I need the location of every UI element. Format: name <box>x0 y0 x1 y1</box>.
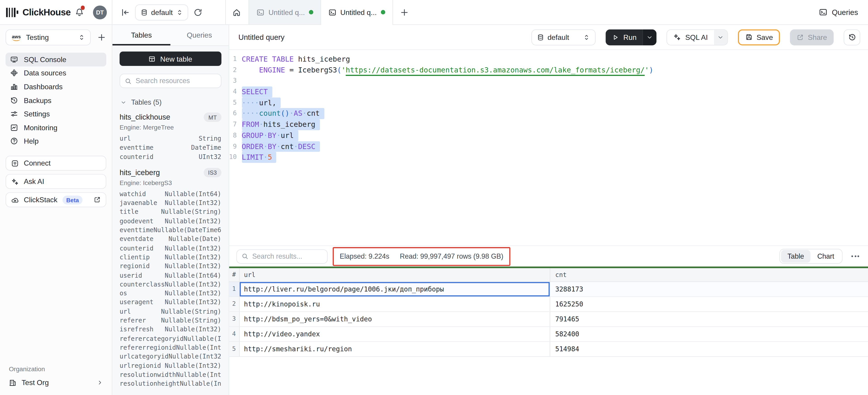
organization-test-org[interactable]: Test Org <box>5 378 106 387</box>
result-row-5[interactable]: 5http://smeshariki.ru/region514984 <box>229 342 868 357</box>
sql-ai-button[interactable]: SQL AI <box>666 29 728 45</box>
chevron-down-icon <box>121 100 126 105</box>
column-row[interactable]: urlString <box>120 135 221 144</box>
column-row[interactable]: referercategoryidNullable(I <box>120 335 221 344</box>
column-row[interactable]: isrefreshNullable(Int32) <box>120 326 221 335</box>
sql-editor[interactable]: 1CREATE TABLE hits_iceberg2 ENGINE = Ice… <box>229 50 868 246</box>
sidebar-item-monitoring[interactable]: Monitoring <box>5 121 106 134</box>
table-view-button[interactable]: Table <box>781 250 811 262</box>
column-row[interactable]: urlNullable(String) <box>120 307 221 316</box>
table-name-row[interactable]: hits_icebergIS3 <box>120 168 221 177</box>
collapse-panel-icon[interactable] <box>121 7 130 17</box>
search-resources-input[interactable] <box>135 77 216 85</box>
result-row-3[interactable]: 3http://bdsm_po_yers=0&with_video791465 <box>229 312 868 327</box>
column-row[interactable]: eventtimeNullable(DateTime6 <box>120 226 221 235</box>
col-header-url[interactable]: url <box>239 268 550 281</box>
code-line: 1CREATE TABLE hits_iceberg <box>229 54 868 64</box>
sidebar-item-sql-console[interactable]: SQL Console <box>5 53 106 66</box>
tables-group-toggle[interactable]: Tables (5) <box>121 98 221 106</box>
run-options-chevron[interactable] <box>643 29 656 45</box>
result-url-cell[interactable]: http://kinopoisk.ru <box>239 297 550 311</box>
result-row-1[interactable]: 1http://liver.ru/belgorod/page/1006.jки/… <box>229 282 868 297</box>
add-service-plus-icon[interactable] <box>97 33 106 42</box>
editor-database-selector[interactable]: default <box>531 29 596 45</box>
result-url-cell[interactable]: http://smeshariki.ru/region <box>239 342 550 356</box>
column-row[interactable]: counteridNullable(Int32) <box>120 244 221 253</box>
sidebar-action-connect[interactable]: Connect <box>5 156 106 171</box>
sidebar-item-data-sources[interactable]: Data sources <box>5 66 106 80</box>
new-tab-plus-icon[interactable] <box>400 7 409 17</box>
column-row[interactable]: refererregionidNullable(Int <box>120 344 221 352</box>
column-row[interactable]: regionidNullable(Int32) <box>120 262 221 271</box>
share-external-icon <box>797 33 804 41</box>
search-results-input[interactable] <box>252 252 323 260</box>
result-row-2[interactable]: 2http://kinopoisk.ru1625250 <box>229 297 868 312</box>
run-button[interactable]: Run <box>606 29 657 45</box>
result-cnt-cell[interactable]: 3288173 <box>550 282 868 296</box>
code-line: 5····url, <box>229 97 868 108</box>
column-row[interactable]: titleNullable(String) <box>120 208 221 217</box>
sliders-icon <box>10 110 18 118</box>
column-row[interactable]: clientipNullable(Int32) <box>120 253 221 262</box>
chart-bars-icon <box>10 82 18 91</box>
home-icon[interactable] <box>232 7 242 17</box>
more-options-icon[interactable] <box>851 255 859 257</box>
engine-label: Engine: IcebergS3 <box>120 179 221 186</box>
column-row[interactable]: watchidNullable(Int64) <box>120 190 221 199</box>
column-row[interactable]: counterclassNullable(Int32) <box>120 280 221 289</box>
column-row[interactable]: resolutionheightNullable(In <box>120 379 221 389</box>
column-row[interactable]: refererNullable(String) <box>120 316 221 326</box>
code-line: 9ORDER·BY·cnt·DESC <box>229 141 868 152</box>
tab-untitled-query-1[interactable]: Untitled q... <box>248 0 321 25</box>
terminal-icon <box>328 8 337 16</box>
sidebar-item-dashboards[interactable]: Dashboards <box>5 80 106 93</box>
result-row-4[interactable]: 4http://video.yandex582400 <box>229 327 868 342</box>
tab-queries[interactable]: Queries <box>170 25 228 46</box>
sidebar-nav: SQL ConsoleData sourcesDashboardsBackups… <box>5 53 106 148</box>
refresh-icon[interactable] <box>193 7 203 17</box>
column-row[interactable]: goodeventNullable(Int32) <box>120 217 221 226</box>
avatar[interactable]: DT <box>93 5 107 19</box>
sidebar-action-ask-ai[interactable]: Ask AI <box>5 174 106 189</box>
column-row[interactable]: eventtimeDateTime <box>120 144 221 153</box>
result-cnt-cell[interactable]: 514984 <box>550 342 868 356</box>
tab-untitled-query-2[interactable]: Untitled q... <box>321 0 393 25</box>
col-header-cnt[interactable]: cnt <box>550 268 868 281</box>
column-row[interactable]: osNullable(Int32) <box>120 289 221 298</box>
result-url-cell[interactable]: http://video.yandex <box>239 327 550 341</box>
chart-view-button[interactable]: Chart <box>811 250 841 262</box>
column-row[interactable]: resolutionwidthNullable(Int <box>120 370 221 379</box>
query-history-button[interactable] <box>843 29 860 45</box>
new-table-button[interactable]: New table <box>120 52 221 66</box>
column-row[interactable]: eventdateNullable(Date) <box>120 235 221 244</box>
share-button[interactable]: Share <box>790 29 834 45</box>
terminal-icon <box>256 8 265 16</box>
sidebar-action-clickstack[interactable]: ClickStackBeta <box>5 192 106 207</box>
column-row[interactable]: useragentNullable(Int32) <box>120 298 221 307</box>
table-name-row[interactable]: hits_clickhouseMT <box>120 113 221 122</box>
sidebar-item-backups[interactable]: Backups <box>5 93 106 107</box>
column-row[interactable]: javaenableNullable(Int32) <box>120 199 221 208</box>
sql-ai-options-chevron[interactable] <box>714 30 727 45</box>
chevron-updown-icon <box>583 33 590 41</box>
column-row[interactable]: useridNullable(Int64) <box>120 271 221 280</box>
topbar: ClickHouse DT default Untitled q... Unti… <box>0 0 868 25</box>
result-cnt-cell[interactable]: 791465 <box>550 312 868 326</box>
sidebar-item-settings[interactable]: Settings <box>5 107 106 121</box>
topbar-database-selector[interactable]: default <box>135 4 188 20</box>
queries-button[interactable]: Queries <box>819 8 858 17</box>
result-cnt-cell[interactable]: 582400 <box>550 327 868 341</box>
col-header-index[interactable]: # <box>229 268 239 281</box>
column-row[interactable]: urlcategoryidNullable(Int32 <box>120 352 221 362</box>
result-cnt-cell[interactable]: 1625250 <box>550 297 868 311</box>
sidebar-actions: ConnectAsk AIClickStackBeta <box>5 156 106 207</box>
results-header-row: #urlcnt <box>229 268 868 282</box>
sidebar-item-help[interactable]: Help <box>5 134 106 148</box>
save-button[interactable]: Save <box>738 29 780 45</box>
column-row[interactable]: counteridUInt32 <box>120 153 221 162</box>
tab-tables[interactable]: Tables <box>113 25 170 46</box>
service-selector[interactable]: aws Testing <box>5 29 91 46</box>
result-url-cell[interactable]: http://liver.ru/belgorod/page/1006.jки/д… <box>239 282 550 296</box>
column-row[interactable]: urlregionidNullable(Int32) <box>120 362 221 370</box>
result-url-cell[interactable]: http://bdsm_po_yers=0&with_video <box>239 312 550 326</box>
